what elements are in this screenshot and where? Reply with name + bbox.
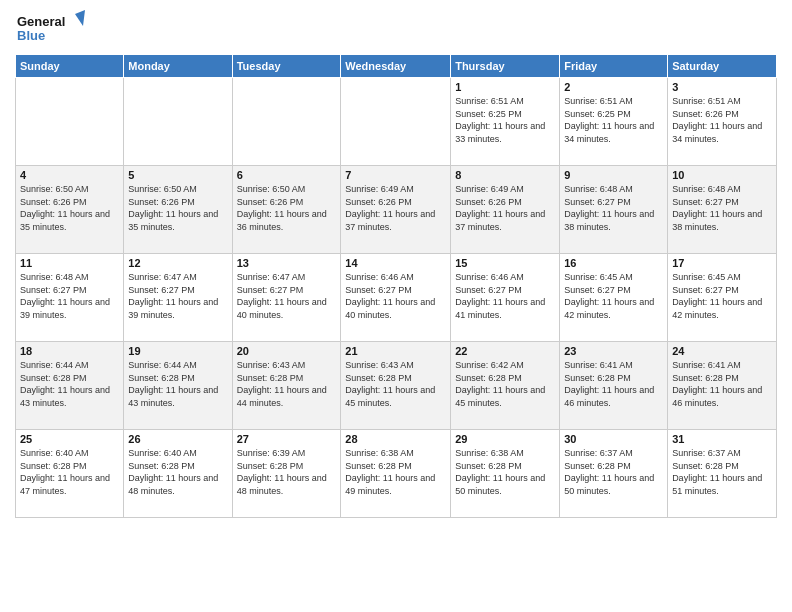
day-info: Sunrise: 6:49 AM Sunset: 6:26 PM Dayligh… — [345, 183, 446, 233]
day-number: 25 — [20, 433, 119, 445]
day-info: Sunrise: 6:50 AM Sunset: 6:26 PM Dayligh… — [237, 183, 337, 233]
calendar-cell: 3Sunrise: 6:51 AM Sunset: 6:26 PM Daylig… — [668, 78, 777, 166]
svg-text:General: General — [17, 14, 65, 29]
calendar-cell: 21Sunrise: 6:43 AM Sunset: 6:28 PM Dayli… — [341, 342, 451, 430]
day-info: Sunrise: 6:48 AM Sunset: 6:27 PM Dayligh… — [564, 183, 663, 233]
day-number: 31 — [672, 433, 772, 445]
calendar-cell: 18Sunrise: 6:44 AM Sunset: 6:28 PM Dayli… — [16, 342, 124, 430]
day-info: Sunrise: 6:41 AM Sunset: 6:28 PM Dayligh… — [564, 359, 663, 409]
logo: General Blue — [15, 10, 85, 46]
day-info: Sunrise: 6:50 AM Sunset: 6:26 PM Dayligh… — [20, 183, 119, 233]
day-info: Sunrise: 6:40 AM Sunset: 6:28 PM Dayligh… — [128, 447, 227, 497]
day-info: Sunrise: 6:39 AM Sunset: 6:28 PM Dayligh… — [237, 447, 337, 497]
svg-text:Blue: Blue — [17, 28, 45, 43]
day-info: Sunrise: 6:38 AM Sunset: 6:28 PM Dayligh… — [455, 447, 555, 497]
weekday-header: Sunday — [16, 55, 124, 78]
day-info: Sunrise: 6:38 AM Sunset: 6:28 PM Dayligh… — [345, 447, 446, 497]
calendar-week-row: 18Sunrise: 6:44 AM Sunset: 6:28 PM Dayli… — [16, 342, 777, 430]
day-info: Sunrise: 6:47 AM Sunset: 6:27 PM Dayligh… — [128, 271, 227, 321]
calendar-cell: 11Sunrise: 6:48 AM Sunset: 6:27 PM Dayli… — [16, 254, 124, 342]
day-info: Sunrise: 6:46 AM Sunset: 6:27 PM Dayligh… — [455, 271, 555, 321]
day-info: Sunrise: 6:51 AM Sunset: 6:25 PM Dayligh… — [564, 95, 663, 145]
day-info: Sunrise: 6:42 AM Sunset: 6:28 PM Dayligh… — [455, 359, 555, 409]
weekday-header: Wednesday — [341, 55, 451, 78]
day-number: 30 — [564, 433, 663, 445]
calendar-cell: 28Sunrise: 6:38 AM Sunset: 6:28 PM Dayli… — [341, 430, 451, 518]
day-number: 9 — [564, 169, 663, 181]
calendar-cell: 20Sunrise: 6:43 AM Sunset: 6:28 PM Dayli… — [232, 342, 341, 430]
day-number: 14 — [345, 257, 446, 269]
logo-svg: General Blue — [15, 10, 85, 46]
day-number: 4 — [20, 169, 119, 181]
day-info: Sunrise: 6:37 AM Sunset: 6:28 PM Dayligh… — [564, 447, 663, 497]
calendar-cell: 12Sunrise: 6:47 AM Sunset: 6:27 PM Dayli… — [124, 254, 232, 342]
day-info: Sunrise: 6:46 AM Sunset: 6:27 PM Dayligh… — [345, 271, 446, 321]
day-info: Sunrise: 6:44 AM Sunset: 6:28 PM Dayligh… — [128, 359, 227, 409]
calendar-table: SundayMondayTuesdayWednesdayThursdayFrid… — [15, 54, 777, 518]
calendar-cell — [124, 78, 232, 166]
calendar-cell: 14Sunrise: 6:46 AM Sunset: 6:27 PM Dayli… — [341, 254, 451, 342]
day-number: 8 — [455, 169, 555, 181]
day-number: 23 — [564, 345, 663, 357]
calendar-cell: 16Sunrise: 6:45 AM Sunset: 6:27 PM Dayli… — [560, 254, 668, 342]
calendar-cell: 9Sunrise: 6:48 AM Sunset: 6:27 PM Daylig… — [560, 166, 668, 254]
page-header: General Blue — [15, 10, 777, 46]
calendar-cell: 30Sunrise: 6:37 AM Sunset: 6:28 PM Dayli… — [560, 430, 668, 518]
day-number: 26 — [128, 433, 227, 445]
day-number: 2 — [564, 81, 663, 93]
day-number: 5 — [128, 169, 227, 181]
calendar-cell: 22Sunrise: 6:42 AM Sunset: 6:28 PM Dayli… — [451, 342, 560, 430]
calendar-header-row: SundayMondayTuesdayWednesdayThursdayFrid… — [16, 55, 777, 78]
weekday-header: Monday — [124, 55, 232, 78]
calendar-cell — [232, 78, 341, 166]
weekday-header: Thursday — [451, 55, 560, 78]
calendar-cell: 31Sunrise: 6:37 AM Sunset: 6:28 PM Dayli… — [668, 430, 777, 518]
day-info: Sunrise: 6:48 AM Sunset: 6:27 PM Dayligh… — [672, 183, 772, 233]
day-info: Sunrise: 6:47 AM Sunset: 6:27 PM Dayligh… — [237, 271, 337, 321]
calendar-week-row: 4Sunrise: 6:50 AM Sunset: 6:26 PM Daylig… — [16, 166, 777, 254]
day-info: Sunrise: 6:45 AM Sunset: 6:27 PM Dayligh… — [564, 271, 663, 321]
calendar-cell: 5Sunrise: 6:50 AM Sunset: 6:26 PM Daylig… — [124, 166, 232, 254]
calendar-cell — [16, 78, 124, 166]
calendar-week-row: 1Sunrise: 6:51 AM Sunset: 6:25 PM Daylig… — [16, 78, 777, 166]
day-info: Sunrise: 6:40 AM Sunset: 6:28 PM Dayligh… — [20, 447, 119, 497]
day-info: Sunrise: 6:51 AM Sunset: 6:26 PM Dayligh… — [672, 95, 772, 145]
calendar-cell: 8Sunrise: 6:49 AM Sunset: 6:26 PM Daylig… — [451, 166, 560, 254]
calendar-cell: 25Sunrise: 6:40 AM Sunset: 6:28 PM Dayli… — [16, 430, 124, 518]
day-info: Sunrise: 6:48 AM Sunset: 6:27 PM Dayligh… — [20, 271, 119, 321]
calendar-cell: 2Sunrise: 6:51 AM Sunset: 6:25 PM Daylig… — [560, 78, 668, 166]
calendar-cell: 29Sunrise: 6:38 AM Sunset: 6:28 PM Dayli… — [451, 430, 560, 518]
calendar-week-row: 11Sunrise: 6:48 AM Sunset: 6:27 PM Dayli… — [16, 254, 777, 342]
weekday-header: Tuesday — [232, 55, 341, 78]
day-info: Sunrise: 6:43 AM Sunset: 6:28 PM Dayligh… — [237, 359, 337, 409]
day-number: 13 — [237, 257, 337, 269]
calendar-cell: 17Sunrise: 6:45 AM Sunset: 6:27 PM Dayli… — [668, 254, 777, 342]
calendar-cell: 13Sunrise: 6:47 AM Sunset: 6:27 PM Dayli… — [232, 254, 341, 342]
day-number: 22 — [455, 345, 555, 357]
weekday-header: Friday — [560, 55, 668, 78]
calendar-cell: 24Sunrise: 6:41 AM Sunset: 6:28 PM Dayli… — [668, 342, 777, 430]
day-number: 1 — [455, 81, 555, 93]
day-number: 29 — [455, 433, 555, 445]
day-number: 27 — [237, 433, 337, 445]
calendar-cell: 27Sunrise: 6:39 AM Sunset: 6:28 PM Dayli… — [232, 430, 341, 518]
calendar-cell: 7Sunrise: 6:49 AM Sunset: 6:26 PM Daylig… — [341, 166, 451, 254]
day-number: 3 — [672, 81, 772, 93]
calendar-cell: 6Sunrise: 6:50 AM Sunset: 6:26 PM Daylig… — [232, 166, 341, 254]
calendar-cell: 1Sunrise: 6:51 AM Sunset: 6:25 PM Daylig… — [451, 78, 560, 166]
day-number: 20 — [237, 345, 337, 357]
day-number: 24 — [672, 345, 772, 357]
day-info: Sunrise: 6:45 AM Sunset: 6:27 PM Dayligh… — [672, 271, 772, 321]
weekday-header: Saturday — [668, 55, 777, 78]
calendar-cell — [341, 78, 451, 166]
day-number: 21 — [345, 345, 446, 357]
day-number: 6 — [237, 169, 337, 181]
day-info: Sunrise: 6:50 AM Sunset: 6:26 PM Dayligh… — [128, 183, 227, 233]
calendar-cell: 26Sunrise: 6:40 AM Sunset: 6:28 PM Dayli… — [124, 430, 232, 518]
day-number: 16 — [564, 257, 663, 269]
day-number: 19 — [128, 345, 227, 357]
calendar-body: 1Sunrise: 6:51 AM Sunset: 6:25 PM Daylig… — [16, 78, 777, 518]
day-info: Sunrise: 6:44 AM Sunset: 6:28 PM Dayligh… — [20, 359, 119, 409]
calendar-cell: 4Sunrise: 6:50 AM Sunset: 6:26 PM Daylig… — [16, 166, 124, 254]
day-number: 12 — [128, 257, 227, 269]
